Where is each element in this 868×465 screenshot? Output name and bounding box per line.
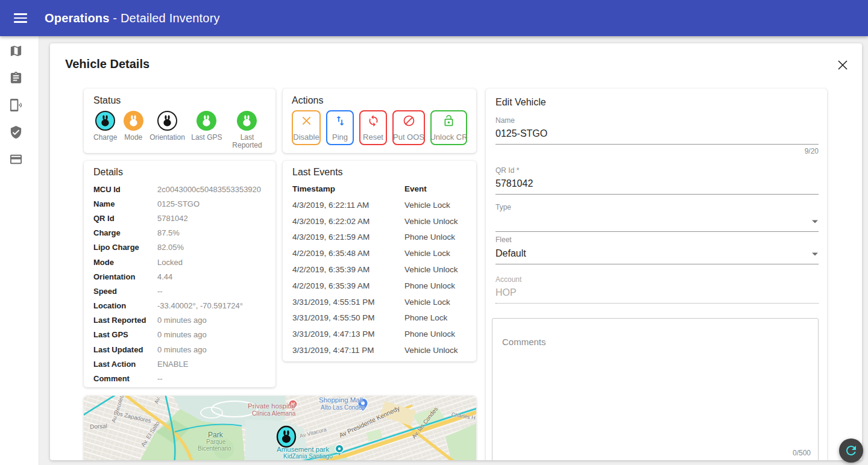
detail-value: 5781042	[157, 214, 188, 223]
event-name: Vehicle Lock	[404, 249, 450, 258]
edit-vehicle-title: Edit Vehicle	[495, 97, 820, 108]
detail-label: Orientation	[93, 272, 157, 281]
detail-value: Locked	[157, 258, 183, 267]
detail-row: Lipo Charge 82.05%	[93, 240, 266, 255]
status-label: Charge	[93, 134, 117, 142]
event-row: 4/2/2019, 6:35:39 AM Vehicle Unlock	[292, 261, 471, 278]
status-charge: Charge	[93, 111, 117, 142]
status-label: Orientation	[149, 134, 185, 142]
reset-button[interactable]: Reset	[359, 110, 387, 145]
refresh-fab-button[interactable]	[839, 438, 863, 463]
event-timestamp: 3/31/2019, 4:55:50 PM	[292, 313, 404, 322]
chevron-down-icon	[811, 248, 819, 259]
disable-button[interactable]: Disable	[292, 110, 321, 145]
map-icon	[9, 44, 23, 58]
detail-value: --	[157, 287, 163, 296]
name-field-group: Name 9/20	[495, 116, 819, 155]
actions-row: Disable Ping Reset Put OOS Unlock CR	[292, 110, 467, 145]
edit-vehicle-panel: Edit Vehicle Name 9/20 QR Id * Type Flee…	[486, 89, 827, 460]
close-icon[interactable]	[837, 59, 849, 71]
events-header-row: Timestamp Event	[292, 180, 471, 197]
map-label: Shopping Mall	[319, 396, 363, 404]
event-name: Vehicle Lock	[404, 298, 450, 307]
map-label: KidZania Santiago	[283, 453, 333, 460]
detail-row: Orientation 4.44	[93, 269, 266, 284]
event-timestamp: 4/2/2019, 6:35:39 AM	[292, 281, 404, 290]
detail-label: Location	[93, 301, 157, 310]
rabbit-mode-icon	[124, 111, 143, 131]
event-name: Phone Unlock	[404, 232, 455, 242]
event-row: 4/3/2019, 6:22:11 AM Vehicle Lock	[292, 197, 471, 213]
detail-row: Charge 87.5%	[93, 226, 266, 240]
detail-label: Comment	[93, 374, 157, 383]
fleet-field-group: Fleet Default	[495, 236, 819, 264]
detail-value: 2c0043000c50483553353920	[157, 185, 261, 194]
events-col-timestamp: Timestamp	[292, 184, 404, 193]
event-name: Phone Unlock	[404, 329, 455, 339]
status-label: Mode	[124, 134, 142, 142]
comments-char-counter: 0/500	[793, 449, 811, 457]
action-label: Ping	[332, 133, 348, 142]
map-label: Alto Las Condes	[321, 404, 365, 411]
sidebar-item-billing[interactable]	[9, 152, 30, 166]
sidebar-item-devices[interactable]	[9, 98, 30, 112]
detail-label: Name	[93, 199, 157, 208]
comments-textarea[interactable]	[492, 319, 818, 439]
status-orientation: Orientation	[149, 111, 185, 142]
name-input[interactable]	[495, 125, 819, 145]
map-label: Amusement park	[277, 446, 329, 453]
detail-row: Last Reported 0 minutes ago	[93, 313, 266, 328]
status-panel: Status Charge Mode Orientation	[84, 89, 275, 153]
event-row: 3/31/2019, 4:55:51 PM Vehicle Lock	[292, 294, 471, 310]
sidebar-item-map[interactable]	[9, 43, 30, 58]
detail-row: Speed --	[93, 284, 266, 298]
detail-row: Name 0125-STGO	[93, 196, 266, 211]
detail-value: -33.40002°, -70.591724°	[157, 301, 243, 310]
unlock-cr-button[interactable]: Unlock CR	[430, 110, 467, 145]
details-panel: Details MCU Id 2c0043000c50483553353920 …	[84, 161, 275, 387]
action-label: Reset	[363, 133, 383, 142]
ping-button[interactable]: Ping	[326, 110, 354, 145]
phone-ring-icon	[9, 98, 23, 112]
put-oos-button[interactable]: Put OOS	[392, 110, 425, 145]
fleet-select[interactable]: Default	[495, 244, 819, 264]
event-row: 3/31/2019, 4:47:13 PM Phone Unlock	[292, 326, 471, 342]
rabbit-last-reported-icon	[237, 111, 257, 131]
event-name: Phone Unlock	[404, 281, 455, 290]
map-label: Park	[208, 431, 223, 439]
event-row: 4/3/2019, 6:22:02 AM Vehicle Unlock	[292, 213, 471, 229]
rabbit-orientation-icon	[157, 111, 177, 131]
last-events-panel: Last Events Timestamp Event 4/3/2019, 6:…	[283, 161, 476, 361]
events-rows: 4/3/2019, 6:22:11 AM Vehicle Lock 4/3/20…	[292, 197, 471, 358]
qr-field-group: QR Id *	[495, 166, 819, 195]
event-timestamp: 4/2/2019, 6:35:48 AM	[292, 249, 404, 258]
sidebar-item-inventory[interactable]	[9, 70, 30, 85]
detail-row: Mode Locked	[93, 255, 266, 269]
sidebar-item-security[interactable]	[9, 125, 30, 139]
event-name: Vehicle Unlock	[404, 265, 458, 274]
hamburger-menu-icon[interactable]	[8, 6, 33, 30]
status-mode: Mode	[124, 111, 143, 142]
actions-panel: Actions Disable Ping Reset Put OOS Unloc…	[283, 89, 476, 153]
detail-value: --	[157, 374, 163, 383]
account-value: HOP	[495, 284, 819, 304]
type-field-group: Type	[495, 203, 819, 232]
side-rail	[0, 36, 39, 465]
event-timestamp: 4/3/2019, 6:21:59 AM	[292, 232, 404, 242]
sync-icon	[367, 114, 380, 127]
qr-id-input[interactable]	[495, 175, 819, 195]
app-bar: Operations - Detailed Inventory	[0, 0, 868, 36]
detail-value: 0 minutes ago	[157, 330, 207, 339]
event-row: 3/31/2019, 4:47:11 PM Vehicle Unlock	[292, 342, 471, 358]
map-label: Dorsal	[90, 422, 107, 429]
detail-label: QR Id	[93, 214, 157, 223]
type-select[interactable]	[495, 211, 819, 232]
details-title: Details	[93, 167, 266, 178]
vehicle-map[interactable]: H Dorsal Av. Recoleta	[84, 396, 476, 460]
page-title: Vehicle Details	[65, 57, 149, 71]
detail-row: MCU Id 2c0043000c50483553353920	[93, 182, 266, 196]
detail-label: Lipo Charge	[93, 243, 157, 252]
rabbit-last-gps-icon	[197, 111, 216, 131]
name-char-counter: 9/20	[495, 147, 819, 155]
detail-row: Location -33.40002°, -70.591724°	[93, 299, 266, 313]
